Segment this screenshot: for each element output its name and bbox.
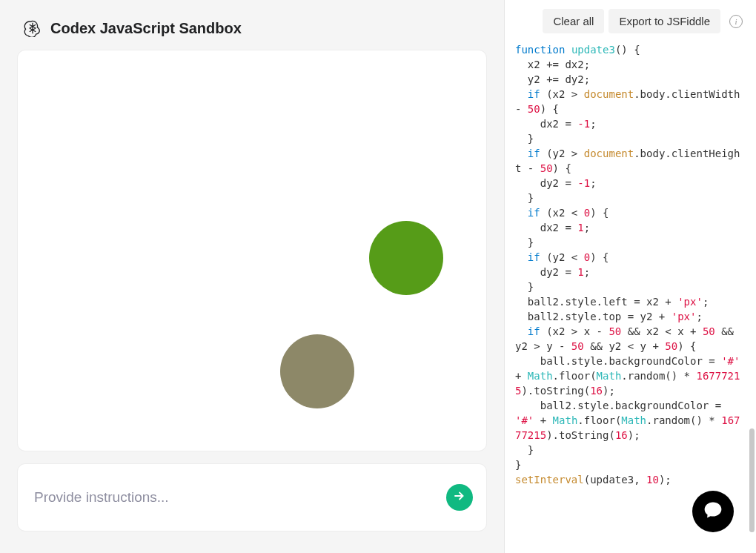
chat-launcher-button[interactable] [692, 491, 734, 532]
info-icon[interactable]: i [729, 15, 743, 28]
logo-icon [24, 19, 42, 37]
scrollbar-thumb[interactable] [749, 428, 755, 532]
page-title: Codex JavaScript Sandbox [50, 20, 242, 37]
ball-2 [280, 334, 354, 408]
chat-icon [703, 500, 723, 523]
code-editor[interactable]: function update3() { x2 += dx2; y2 += dy… [505, 39, 756, 502]
toolbar: Clear all Export to JSFiddle i [505, 0, 756, 39]
header: Codex JavaScript Sandbox [18, 15, 486, 50]
export-button[interactable]: Export to JSFiddle [609, 9, 720, 33]
left-pane: Codex JavaScript Sandbox [0, 0, 504, 553]
scrollbar[interactable] [749, 50, 755, 540]
submit-button[interactable] [446, 484, 473, 511]
sandbox-canvas[interactable] [18, 50, 486, 451]
code-scroll[interactable]: function update3() { x2 += dx2; y2 += dy… [505, 39, 756, 553]
instruction-input[interactable] [34, 489, 446, 506]
app-root: Codex JavaScript Sandbox Clear all Expor… [0, 0, 756, 553]
instruction-bar [18, 464, 486, 531]
arrow-right-icon [453, 489, 466, 506]
clear-all-button[interactable]: Clear all [543, 9, 604, 33]
ball-1 [369, 221, 443, 295]
right-pane: Clear all Export to JSFiddle i function … [504, 0, 756, 553]
